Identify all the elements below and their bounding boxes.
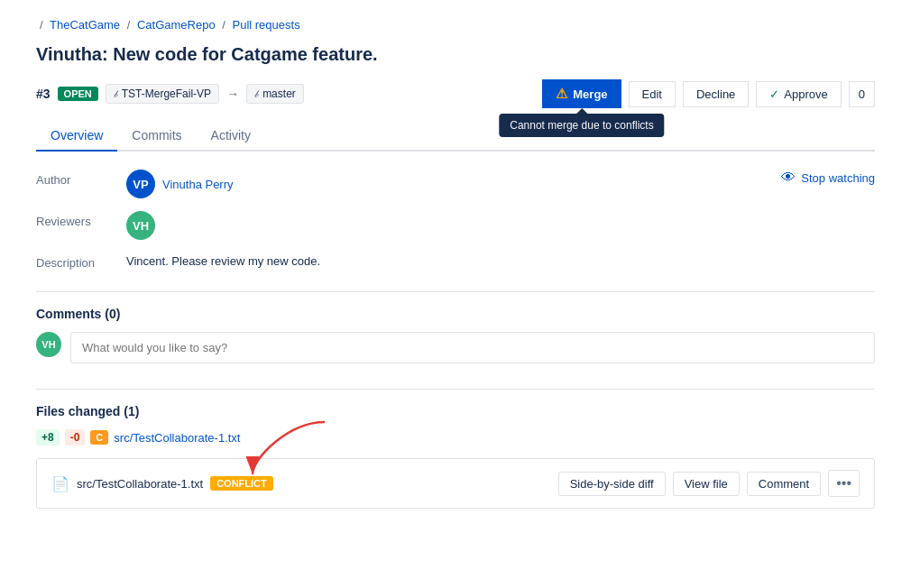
file-row: 📄 src/TestCollaborate-1.txt CONFLICT Sid… [36, 458, 875, 509]
breadcrumb-thecatgame[interactable]: TheCatGame [50, 18, 120, 32]
approve-count[interactable]: 0 [849, 81, 875, 107]
merge-button-container: ⚠ Merge Cannot merge due to conflicts [542, 79, 621, 108]
view-file-button[interactable]: View file [673, 472, 740, 496]
stat-del: -0 [65, 429, 86, 446]
warn-icon: ⚠ [556, 86, 567, 102]
merge-label: Merge [573, 87, 607, 101]
tab-activity[interactable]: Activity [197, 121, 265, 152]
reviewers-label: Reviewers [36, 211, 126, 240]
file-name: src/TestCollaborate-1.txt [77, 477, 203, 491]
source-branch: 𝒷 TST-MergeFail-VP [106, 84, 219, 104]
breadcrumb-separator: / [40, 18, 43, 32]
pr-header: #3 OPEN 𝒷 TST-MergeFail-VP → 𝒷 master ⚠ … [36, 79, 875, 108]
breadcrumb-sep3: / [222, 18, 228, 32]
description-value: Vincent. Please review my new code. [126, 253, 875, 270]
merge-tooltip: Cannot merge due to conflicts [499, 114, 664, 137]
breadcrumb-catgamerepo[interactable]: CatGameRepo [137, 18, 216, 32]
reviewer-avatar: VH [126, 211, 155, 240]
tab-overview[interactable]: Overview [36, 121, 117, 152]
pr-number: #3 [36, 87, 51, 101]
author-label: Author [36, 170, 126, 198]
author-value: VP Vinutha Perry [126, 170, 875, 198]
stop-watching-button[interactable]: Stop watching [801, 171, 875, 185]
pr-status-badge: OPEN [58, 87, 98, 101]
divider-2 [36, 389, 875, 390]
source-branch-label: TST-MergeFail-VP [122, 87, 211, 100]
merge-button[interactable]: ⚠ Merge [542, 79, 621, 108]
description-label: Description [36, 253, 126, 270]
branch-icon-source: 𝒷 [114, 88, 118, 100]
watch-section: 👁 Stop watching [781, 170, 875, 186]
author-name[interactable]: Vinutha Perry [162, 178, 234, 191]
target-branch-label: master [262, 87, 296, 100]
meta-details: Author VP Vinutha Perry Reviewers VH Des… [36, 170, 875, 270]
file-row-left: 📄 src/TestCollaborate-1.txt CONFLICT [51, 475, 558, 492]
breadcrumb: / TheCatGame / CatGameRepo / Pull reques… [36, 18, 875, 32]
files-title: Files changed (1) [36, 404, 875, 418]
meta-section: 👁 Stop watching Author VP Vinutha Perry … [36, 170, 875, 270]
edit-button[interactable]: Edit [629, 81, 676, 107]
tabs: Overview Commits Activity [36, 121, 875, 152]
comments-section: Comments (0) VH [36, 307, 875, 363]
reviewers-value: VH [126, 211, 875, 240]
author-avatar: VP [126, 170, 155, 198]
eye-icon: 👁 [781, 170, 796, 186]
description-text: Vincent. Please review my new code. [126, 254, 320, 268]
tab-commits[interactable]: Commits [117, 121, 196, 152]
comment-button[interactable]: Comment [747, 472, 821, 496]
more-options-button[interactable]: ••• [828, 470, 860, 497]
comments-title: Comments (0) [36, 307, 875, 321]
decline-button[interactable]: Decline [683, 81, 749, 107]
page-title: Vinutha: New code for Catgame feature. [36, 44, 875, 65]
file-row-right: Side-by-side diff View file Comment ••• [558, 470, 860, 497]
approve-check-icon: ✓ [769, 87, 779, 101]
file-doc-icon: 📄 [51, 475, 69, 492]
side-by-side-button[interactable]: Side-by-side diff [558, 472, 666, 496]
file-link[interactable]: src/TestCollaborate-1.txt [114, 431, 240, 445]
stat-conflict: C [90, 430, 108, 445]
conflict-badge: CONFLICT [210, 476, 273, 491]
breadcrumb-sep2: / [127, 18, 133, 32]
approve-label: Approve [784, 87, 827, 101]
file-row-container: 📄 src/TestCollaborate-1.txt CONFLICT Sid… [36, 458, 875, 509]
target-branch: 𝒷 master [246, 84, 304, 104]
comment-input[interactable] [70, 332, 875, 363]
file-stat-bar: +8 -0 C src/TestCollaborate-1.txt [36, 429, 875, 446]
branch-arrow: → [226, 87, 239, 101]
approve-button[interactable]: ✓ Approve [756, 81, 841, 107]
files-header: Files changed (1) [36, 404, 875, 418]
comment-avatar: VH [36, 332, 61, 357]
comment-input-area: VH [36, 332, 875, 363]
branch-icon-target: 𝒷 [254, 88, 259, 100]
files-section: Files changed (1) +8 -0 C src/TestCollab… [36, 404, 875, 509]
breadcrumb-pullrequests[interactable]: Pull requests [233, 18, 300, 32]
stat-add: +8 [36, 429, 60, 446]
divider-1 [36, 291, 875, 292]
